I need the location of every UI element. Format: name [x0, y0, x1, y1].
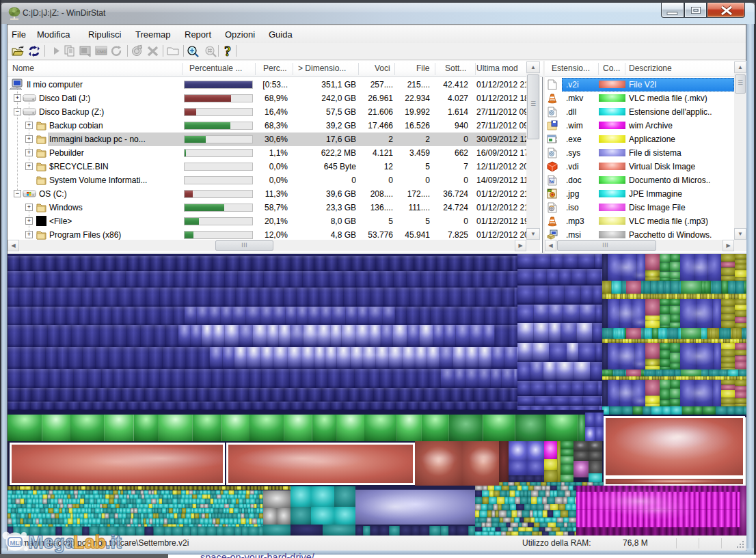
- svg-text:MLI: MLI: [10, 539, 21, 546]
- svg-text:Mega: Mega: [28, 532, 76, 553]
- svg-text:Lab: Lab: [73, 532, 106, 553]
- svg-text:CMD: CMD: [97, 50, 107, 54]
- svg-text:.it: .it: [105, 532, 122, 553]
- svg-text:?: ?: [224, 44, 231, 59]
- svg-text:W: W: [550, 179, 554, 184]
